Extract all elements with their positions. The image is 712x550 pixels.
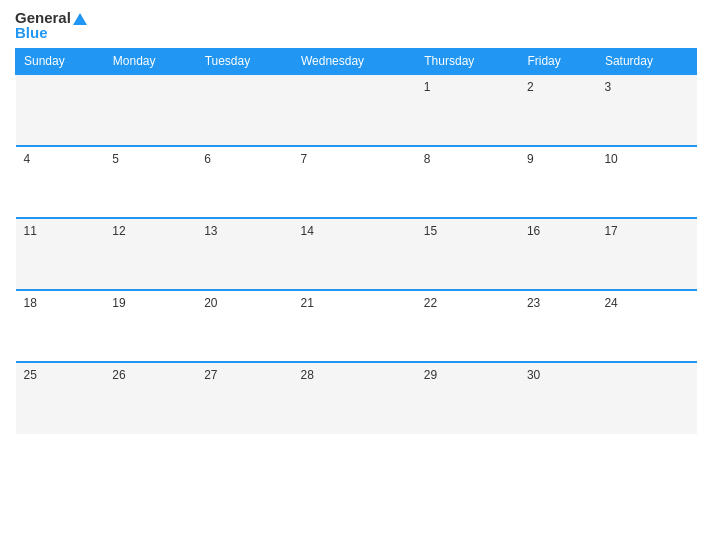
header-monday: Monday [104,49,196,75]
calendar-day-cell: 8 [416,146,519,218]
header-sunday: Sunday [16,49,105,75]
day-number: 5 [112,152,119,166]
calendar-day-cell [196,74,292,146]
calendar-day-cell: 4 [16,146,105,218]
day-number: 7 [300,152,307,166]
calendar-week-row: 18192021222324 [16,290,697,362]
day-number: 6 [204,152,211,166]
day-number: 9 [527,152,534,166]
calendar-day-cell: 22 [416,290,519,362]
calendar-day-cell: 7 [292,146,415,218]
day-number: 13 [204,224,217,238]
calendar-day-cell: 23 [519,290,596,362]
calendar-day-cell: 16 [519,218,596,290]
day-number: 17 [604,224,617,238]
calendar-week-row: 123 [16,74,697,146]
day-number: 18 [24,296,37,310]
calendar-day-cell: 2 [519,74,596,146]
calendar-day-cell: 1 [416,74,519,146]
header-friday: Friday [519,49,596,75]
calendar-day-cell: 14 [292,218,415,290]
calendar-day-cell [596,362,696,434]
calendar-day-cell: 27 [196,362,292,434]
logo-blue-text: Blue [15,25,48,40]
calendar-day-cell: 19 [104,290,196,362]
calendar-week-row: 252627282930 [16,362,697,434]
day-number: 11 [24,224,37,238]
calendar-header: General Blue [15,10,697,40]
calendar-day-cell: 11 [16,218,105,290]
day-number: 24 [604,296,617,310]
calendar-day-cell [16,74,105,146]
calendar-day-cell [104,74,196,146]
day-number: 10 [604,152,617,166]
header-thursday: Thursday [416,49,519,75]
header-saturday: Saturday [596,49,696,75]
day-number: 29 [424,368,437,382]
header-tuesday: Tuesday [196,49,292,75]
day-number: 19 [112,296,125,310]
day-number: 1 [424,80,431,94]
day-number: 20 [204,296,217,310]
calendar-day-cell: 24 [596,290,696,362]
day-number: 30 [527,368,540,382]
calendar-day-cell: 20 [196,290,292,362]
calendar-day-cell: 25 [16,362,105,434]
day-number: 28 [300,368,313,382]
day-number: 15 [424,224,437,238]
calendar-day-cell: 12 [104,218,196,290]
calendar-week-row: 45678910 [16,146,697,218]
calendar-day-cell: 13 [196,218,292,290]
day-number: 12 [112,224,125,238]
day-number: 21 [300,296,313,310]
logo: General Blue [15,10,87,40]
day-number: 8 [424,152,431,166]
day-number: 3 [604,80,611,94]
calendar-day-cell: 9 [519,146,596,218]
calendar-table: Sunday Monday Tuesday Wednesday Thursday… [15,48,697,434]
calendar-day-cell: 18 [16,290,105,362]
calendar-page: General Blue Sunday Monday Tuesday Wedne… [0,0,712,550]
day-number: 26 [112,368,125,382]
calendar-day-cell: 15 [416,218,519,290]
logo-general-text: General [15,10,87,25]
calendar-day-cell: 17 [596,218,696,290]
calendar-day-cell: 6 [196,146,292,218]
day-number: 23 [527,296,540,310]
calendar-day-cell: 3 [596,74,696,146]
day-number: 27 [204,368,217,382]
calendar-day-cell: 5 [104,146,196,218]
header-wednesday: Wednesday [292,49,415,75]
day-number: 25 [24,368,37,382]
day-number: 2 [527,80,534,94]
calendar-day-cell: 28 [292,362,415,434]
calendar-day-cell: 29 [416,362,519,434]
calendar-day-cell [292,74,415,146]
day-number: 4 [24,152,31,166]
calendar-day-cell: 26 [104,362,196,434]
calendar-week-row: 11121314151617 [16,218,697,290]
calendar-day-cell: 21 [292,290,415,362]
logo-triangle-icon [73,13,87,25]
calendar-day-cell: 30 [519,362,596,434]
weekday-header-row: Sunday Monday Tuesday Wednesday Thursday… [16,49,697,75]
day-number: 14 [300,224,313,238]
day-number: 16 [527,224,540,238]
calendar-day-cell: 10 [596,146,696,218]
day-number: 22 [424,296,437,310]
